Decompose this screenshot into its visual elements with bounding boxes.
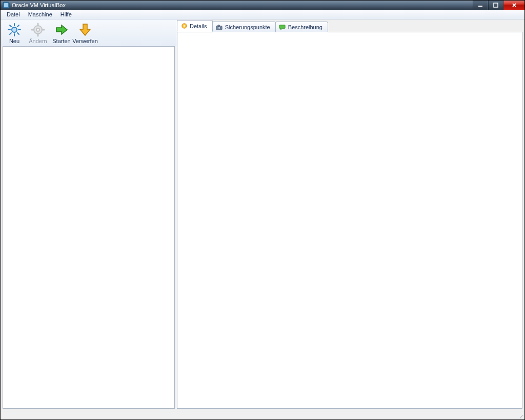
tab-label: Details [190,23,207,29]
arrow-down-icon [78,23,92,37]
close-button[interactable] [503,1,524,10]
start-button[interactable]: Starten [50,22,73,45]
statusbar [1,411,524,419]
speech-bubble-icon [279,24,286,31]
svg-line-8 [10,25,11,27]
details-pane [177,32,522,409]
toolbar-label: Verwerfen [72,38,98,44]
svg-rect-3 [494,3,498,7]
window-controls [473,1,524,10]
svg-line-10 [17,25,19,27]
svg-point-14 [36,28,39,31]
maximize-button[interactable] [488,1,503,10]
gear-icon [31,23,45,37]
tab-label: Beschreibung [288,24,322,30]
menu-hilfe[interactable]: Hilfe [56,10,76,18]
svg-point-22 [218,27,220,29]
tab-snapshots[interactable]: Sicherungspunkte [212,22,276,32]
app-icon [3,2,10,9]
settings-button: Ändern [26,22,50,45]
svg-point-12 [12,27,17,32]
toolbar-label: Starten [52,38,70,44]
svg-line-11 [10,33,11,34]
svg-rect-23 [218,25,220,26]
new-button[interactable]: Neu [3,22,26,45]
discard-button[interactable]: Verwerfen [73,22,97,45]
minimize-button[interactable] [473,1,488,10]
arrow-right-icon [54,23,69,37]
titlebar[interactable]: Oracle VM VirtualBox [1,1,524,10]
sun-icon [7,23,22,37]
app-window: Oracle VM VirtualBox Datei Maschine Hilf… [0,0,525,420]
toolbar: Neu [1,19,177,46]
tabbar: Details Sicherungspunkte [177,22,522,32]
menu-datei[interactable]: Datei [3,10,24,18]
svg-rect-2 [478,6,482,7]
svg-rect-1 [4,3,8,7]
vm-list-pane[interactable] [3,46,175,409]
toolbar-label: Neu [9,38,19,44]
tab-description[interactable]: Beschreibung [275,22,328,32]
menu-maschine[interactable]: Maschine [24,10,56,18]
toolbar-label: Ändern [29,38,47,44]
svg-line-9 [17,33,19,34]
tab-details[interactable]: Details [177,20,213,32]
tab-label: Sicherungspunkte [225,24,270,30]
svg-point-20 [183,25,185,27]
details-icon [180,23,188,30]
resize-grip[interactable] [517,412,523,418]
window-title: Oracle VM VirtualBox [12,2,522,8]
menubar: Datei Maschine Hilfe [1,10,524,19]
camera-icon [216,24,223,31]
